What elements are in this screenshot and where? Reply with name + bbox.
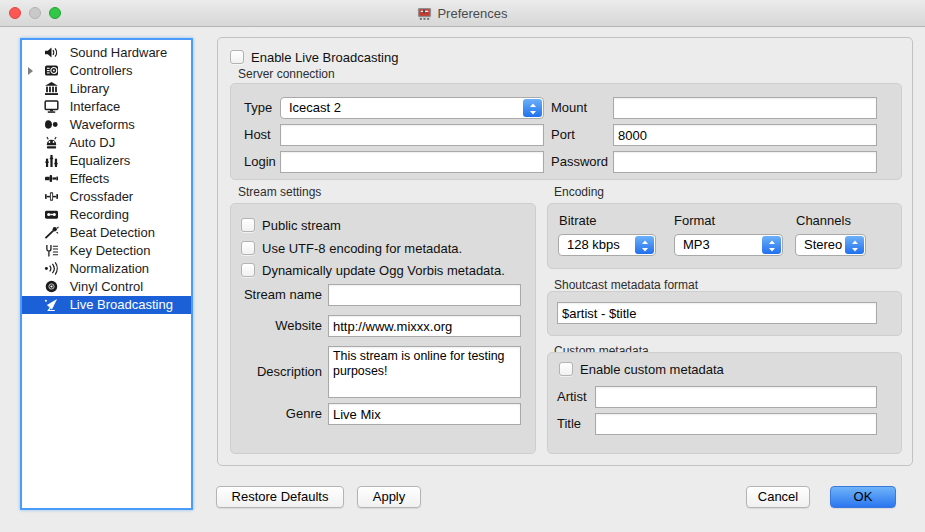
format-combobox[interactable]: MP3 — [674, 234, 783, 256]
sidebar-item-normalization[interactable]: Normalization — [22, 260, 191, 278]
website-input[interactable] — [328, 315, 521, 337]
genre-label: Genre — [224, 403, 322, 425]
window-title: Preferences — [0, 0, 925, 27]
cancel-button[interactable]: Cancel — [746, 486, 810, 508]
live-broadcasting-pane: Enable Live Broadcasting Server connecti… — [217, 37, 913, 466]
combobox-stepper-icon — [635, 236, 654, 254]
disclosure-triangle-icon[interactable] — [28, 67, 33, 75]
description-textarea[interactable]: This stream is online for testing purpos… — [328, 346, 521, 398]
sidebar-item-sound-hardware[interactable]: Sound Hardware — [22, 44, 191, 62]
monitor-icon — [44, 100, 59, 113]
stream-name-label: Stream name — [224, 284, 322, 306]
sidebar-item-crossfader[interactable]: Crossfader — [22, 188, 191, 206]
utf8-metadata-checkbox[interactable] — [241, 241, 255, 255]
sidebar-item-label: Live Broadcasting — [70, 297, 173, 312]
sidebar-item-label: Controllers — [70, 63, 133, 78]
artist-input[interactable] — [595, 386, 877, 408]
satellite-dish-icon — [44, 298, 59, 311]
stream-settings-group-title: Stream settings — [238, 185, 321, 199]
channels-label: Channels — [796, 210, 851, 232]
sidebar-item-label: Interface — [70, 99, 121, 114]
public-stream-checkbox[interactable] — [241, 218, 255, 232]
host-label: Host — [244, 124, 271, 146]
equalizer-icon — [44, 154, 59, 167]
sidebar-item-label: Auto DJ — [69, 135, 115, 150]
library-icon — [44, 82, 59, 95]
apply-button[interactable]: Apply — [357, 486, 421, 508]
login-input[interactable] — [280, 151, 544, 173]
sidebar-item-label: Key Detection — [70, 243, 151, 258]
mount-label: Mount — [551, 97, 587, 119]
sidebar-item-label: Crossfader — [70, 189, 134, 204]
sidebar-item-label: Waveforms — [70, 117, 135, 132]
sidebar-item-auto-dj[interactable]: Auto DJ — [22, 134, 191, 152]
ogg-vorbis-metadata-label: Dynamically update Ogg Vorbis metadata. — [262, 262, 505, 279]
speaker-icon — [44, 46, 59, 59]
host-input[interactable] — [280, 124, 544, 146]
tuning-fork-icon — [44, 244, 59, 257]
window-title-text: Preferences — [437, 6, 507, 21]
mount-input[interactable] — [613, 97, 877, 119]
combobox-stepper-icon — [523, 99, 542, 117]
ogg-vorbis-metadata-checkbox[interactable] — [241, 263, 255, 277]
password-input[interactable] — [613, 151, 877, 173]
title-bar: Preferences — [0, 0, 925, 27]
sidebar-item-controllers[interactable]: Controllers — [22, 62, 191, 80]
bitrate-label: Bitrate — [559, 210, 597, 232]
robot-icon — [44, 136, 59, 149]
sidebar-item-waveforms[interactable]: Waveforms — [22, 116, 191, 134]
sidebar-item-vinyl-control[interactable]: Vinyl Control — [22, 278, 191, 296]
title-input[interactable] — [595, 413, 877, 435]
port-input[interactable] — [613, 124, 877, 146]
sound-waves-icon — [44, 262, 59, 275]
sidebar-item-label: Library — [70, 81, 110, 96]
public-stream-label: Public stream — [262, 217, 341, 234]
restore-defaults-button[interactable]: Restore Defaults — [216, 486, 344, 508]
vinyl-icon — [44, 280, 59, 293]
sidebar-item-recording[interactable]: Recording — [22, 206, 191, 224]
waveform-icon — [44, 118, 59, 131]
sidebar-item-key-detection[interactable]: Key Detection — [22, 242, 191, 260]
preferences-window: Preferences Sound Hardware Controllers L… — [0, 0, 925, 532]
sidebar-item-effects[interactable]: Effects — [22, 170, 191, 188]
artist-label: Artist — [557, 386, 587, 408]
shoutcast-format-input[interactable] — [557, 302, 877, 324]
sidebar-item-label: Recording — [70, 207, 129, 222]
controller-icon — [44, 64, 59, 77]
sidebar-item-label: Vinyl Control — [70, 279, 143, 294]
sidebar-item-equalizers[interactable]: Equalizers — [22, 152, 191, 170]
utf8-metadata-label: Use UTF-8 encoding for metadata. — [262, 240, 462, 257]
enable-live-broadcasting-label: Enable Live Broadcasting — [251, 49, 398, 66]
website-label: Website — [224, 315, 322, 337]
combobox-stepper-icon — [845, 236, 864, 254]
combobox-stepper-icon — [762, 236, 781, 254]
channels-combobox[interactable]: Stereo — [795, 234, 866, 256]
bitrate-combobox-value: 128 kbps — [567, 235, 633, 255]
sidebar-item-live-broadcasting[interactable]: Live Broadcasting — [22, 296, 191, 314]
login-label: Login — [244, 151, 276, 173]
beat-icon — [44, 226, 59, 239]
title-label: Title — [557, 413, 581, 435]
sidebar-item-beat-detection[interactable]: Beat Detection — [22, 224, 191, 242]
bitrate-combobox[interactable]: 128 kbps — [558, 234, 656, 256]
ok-button[interactable]: OK — [830, 486, 896, 508]
effects-icon — [44, 172, 59, 185]
type-combobox[interactable]: Icecast 2 — [280, 97, 544, 119]
enable-live-broadcasting-checkbox[interactable] — [230, 50, 244, 64]
format-label: Format — [674, 210, 715, 232]
sidebar-item-library[interactable]: Library — [22, 80, 191, 98]
enable-custom-metadata-checkbox[interactable] — [559, 362, 573, 376]
cassette-icon — [44, 208, 59, 221]
enable-custom-metadata-label: Enable custom metadata — [580, 361, 724, 378]
shoutcast-group-title: Shoutcast metadata format — [554, 278, 698, 292]
type-combobox-value: Icecast 2 — [289, 98, 521, 118]
crossfader-icon — [44, 190, 59, 203]
sidebar-item-interface[interactable]: Interface — [22, 98, 191, 116]
channels-combobox-value: Stereo — [804, 235, 843, 255]
preferences-category-list: Sound Hardware Controllers Library Inter… — [20, 38, 193, 510]
type-label: Type — [244, 97, 272, 119]
genre-input[interactable] — [328, 403, 521, 425]
password-label: Password — [551, 151, 608, 173]
port-label: Port — [551, 124, 575, 146]
stream-name-input[interactable] — [328, 284, 521, 306]
